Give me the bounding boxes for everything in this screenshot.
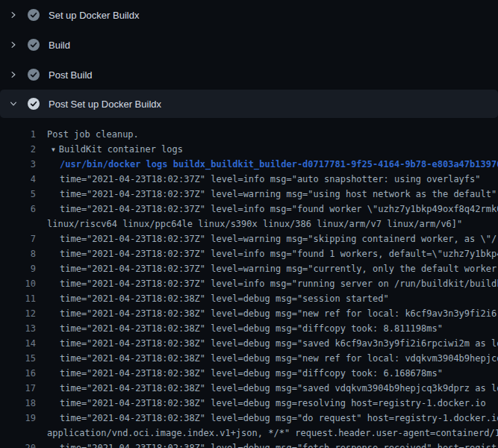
step-row-setup-docker-buildx[interactable]: Set up Docker Buildx: [0, 0, 498, 30]
log-line: 1Post job cleanup.: [0, 127, 498, 142]
log-line: 6time="2021-04-23T18:02:37Z" level=info …: [0, 202, 498, 217]
log-line: 14time="2021-04-23T18:02:38Z" level=debu…: [0, 336, 498, 351]
log-line-text: time="2021-04-23T18:02:38Z" level=debug …: [60, 336, 498, 351]
log-line-text: Post job cleanup.: [47, 127, 139, 142]
log-line-number[interactable]: 4: [0, 172, 36, 187]
log-line-text: time="2021-04-23T18:02:38Z" level=debug …: [60, 351, 498, 366]
step-label: Build: [49, 40, 70, 51]
log-line-number[interactable]: 16: [0, 366, 36, 381]
log-line: 16time="2021-04-23T18:02:38Z" level=debu…: [0, 366, 498, 381]
log-line-number[interactable]: 18: [0, 396, 36, 411]
group-expanded-triangle-icon: ▼: [52, 146, 55, 153]
log-line: 12time="2021-04-23T18:02:38Z" level=debu…: [0, 306, 498, 321]
success-check-icon: [28, 69, 40, 81]
log-line-text: time="2021-04-23T18:02:38Z" level=debug …: [60, 381, 498, 396]
log-line-text: time="2021-04-23T18:02:37Z" level=warnin…: [60, 231, 498, 246]
log-line: 9time="2021-04-23T18:02:37Z" level=warni…: [0, 261, 498, 276]
log-line: 19time="2021-04-23T18:02:38Z" level=debu…: [0, 411, 498, 426]
log-line-number[interactable]: 15: [0, 351, 36, 366]
log-line-text: time="2021-04-23T18:02:38Z" level=debug …: [60, 411, 498, 426]
log-line: 5time="2021-04-23T18:02:37Z" level=warni…: [0, 187, 498, 202]
log-line: 13time="2021-04-23T18:02:38Z" level=debu…: [0, 321, 498, 336]
log-line: 11time="2021-04-23T18:02:38Z" level=debu…: [0, 291, 498, 306]
log-line-text: time="2021-04-23T18:02:37Z" level=warnin…: [60, 261, 498, 276]
chevron-right-icon[interactable]: [8, 10, 19, 20]
log-line-number[interactable]: 6: [0, 202, 36, 217]
log-line-text: linux/riscv64 linux/ppc64le linux/s390x …: [47, 217, 462, 231]
log-line: 4time="2021-04-23T18:02:37Z" level=info …: [0, 172, 498, 187]
log-group-toggle[interactable]: ▼BuildKit container logs: [52, 142, 183, 157]
log-line: 20time="2021-04-23T18:02:38Z" level=debu…: [0, 441, 498, 448]
step-label: Set up Docker Buildx: [49, 10, 139, 21]
success-check-icon: [28, 9, 40, 21]
step-row-post-build[interactable]: Post Build: [0, 60, 498, 90]
log-line-number[interactable]: 5: [0, 187, 36, 202]
log-line-number[interactable]: 12: [0, 306, 36, 321]
log-line-number[interactable]: 9: [0, 261, 36, 276]
log-line: 18time="2021-04-23T18:02:38Z" level=debu…: [0, 396, 498, 411]
log-line-text: time="2021-04-23T18:02:37Z" level=warnin…: [60, 187, 497, 202]
job-steps-list: Set up Docker Buildx Build Post Build Po…: [0, 0, 498, 118]
step-label: Post Build: [49, 69, 93, 81]
log-line-text: time="2021-04-23T18:02:37Z" level=info m…: [60, 202, 498, 217]
success-check-icon: [28, 39, 40, 51]
log-line-number[interactable]: 11: [0, 291, 36, 306]
step-row-build[interactable]: Build: [0, 30, 498, 60]
log-line-number[interactable]: 14: [0, 336, 36, 351]
log-line-text: time="2021-04-23T18:02:37Z" level=info m…: [60, 246, 498, 261]
log-line-text: time="2021-04-23T18:02:37Z" level=info m…: [60, 276, 498, 291]
chevron-right-icon[interactable]: [8, 69, 19, 80]
log-line-number[interactable]: 3: [0, 157, 36, 172]
log-line-text: time="2021-04-23T18:02:38Z" level=debug …: [60, 321, 443, 336]
log-line-number[interactable]: 1: [0, 127, 36, 142]
step-row-post-setup-docker-buildx[interactable]: Post Set up Docker Buildx: [0, 90, 498, 118]
log-line: 17time="2021-04-23T18:02:38Z" level=debu…: [0, 381, 498, 396]
log-line-number[interactable]: 17: [0, 381, 36, 396]
log-line-number[interactable]: 19: [0, 411, 36, 426]
log-line-number[interactable]: 10: [0, 276, 36, 291]
log-line-text: time="2021-04-23T18:02:38Z" level=debug …: [60, 441, 498, 448]
log-line-text: application/vnd.oci.image.index.v1+json,…: [47, 426, 498, 441]
log-line: linux/riscv64 linux/ppc64le linux/s390x …: [0, 217, 498, 231]
log-line: 8time="2021-04-23T18:02:37Z" level=info …: [0, 246, 498, 261]
log-line-text: time="2021-04-23T18:02:38Z" level=debug …: [60, 306, 498, 321]
log-line-text: time="2021-04-23T18:02:38Z" level=debug …: [60, 366, 443, 381]
step-label: Post Set up Docker Buildx: [49, 99, 161, 110]
chevron-right-icon[interactable]: [8, 40, 19, 50]
log-viewer: 1Post job cleanup.2▼BuildKit container l…: [0, 118, 498, 448]
log-line: 15time="2021-04-23T18:02:38Z" level=debu…: [0, 351, 498, 366]
log-line-text: time="2021-04-23T18:02:38Z" level=debug …: [60, 291, 389, 306]
log-line: application/vnd.oci.image.index.v1+json,…: [0, 426, 498, 441]
log-line: 2▼BuildKit container logs: [0, 142, 498, 157]
log-command-text: /usr/bin/docker logs buildx_buildkit_bui…: [60, 157, 498, 172]
log-line-number[interactable]: 20: [0, 441, 36, 448]
log-line-text: time="2021-04-23T18:02:37Z" level=info m…: [60, 172, 481, 187]
log-line: 3/usr/bin/docker logs buildx_buildkit_bu…: [0, 157, 498, 172]
log-line: 7time="2021-04-23T18:02:37Z" level=warni…: [0, 231, 498, 246]
log-line-number[interactable]: 7: [0, 231, 36, 246]
log-line: 10time="2021-04-23T18:02:37Z" level=info…: [0, 276, 498, 291]
success-check-icon: [28, 98, 40, 110]
log-line-number[interactable]: 2: [0, 142, 36, 157]
log-line-number[interactable]: 13: [0, 321, 36, 336]
log-line-number[interactable]: 8: [0, 246, 36, 261]
chevron-down-icon[interactable]: [8, 99, 19, 109]
log-line-text: time="2021-04-23T18:02:38Z" level=debug …: [60, 396, 486, 411]
